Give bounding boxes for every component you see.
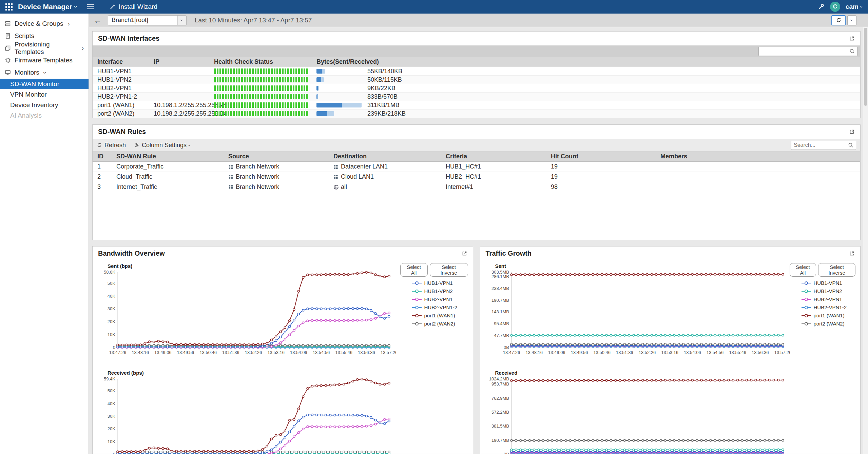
- top-navigation-bar: Device Manager › Install Wizard C cam ›: [0, 0, 868, 14]
- legend-item[interactable]: port1 (WAN1): [801, 313, 845, 318]
- column-header[interactable]: Health Check Status: [214, 58, 316, 65]
- sidebar-item-label: Provisioning Templates: [15, 41, 77, 56]
- legend-item[interactable]: port2 (WAN2): [801, 321, 845, 327]
- health-check-bar: [214, 111, 309, 116]
- legend-item[interactable]: HUB2-VPN1: [412, 296, 453, 302]
- menu-toggle-icon[interactable]: [87, 4, 94, 9]
- sidebar-item-vpn-monitor[interactable]: VPN Monitor: [0, 89, 89, 100]
- tools-icon[interactable]: [818, 3, 825, 10]
- panel-title: SD-WAN Interfaces: [98, 35, 159, 42]
- sidebar-item-firmware-templates[interactable]: Firmware Templates: [0, 54, 89, 66]
- popout-icon[interactable]: [462, 251, 467, 256]
- sidebar-item-monitors[interactable]: Monitors ›: [0, 66, 89, 79]
- page-title: Device Manager: [18, 3, 72, 11]
- select-inverse-button[interactable]: Select Inverse: [818, 263, 855, 277]
- table-row[interactable]: HUB1-VPN1 55KB/140KB: [93, 67, 860, 76]
- legend-marker-icon: [801, 314, 811, 318]
- rules-search-input[interactable]: [791, 141, 856, 150]
- table-row[interactable]: port1 (WAN1) 10.198.1.2/255.255.255.24 3…: [93, 101, 860, 110]
- legend-label: port2 (WAN2): [424, 321, 455, 327]
- sidebar: Device & Groups › Scripts Provisioning T…: [0, 14, 89, 454]
- install-wizard-button[interactable]: Install Wizard: [110, 3, 157, 11]
- rule-source: Branch Network: [236, 173, 279, 180]
- popout-icon[interactable]: [849, 251, 855, 256]
- sidebar-item-sdwan-monitor[interactable]: SD-WAN Monitor: [0, 79, 89, 89]
- legend-item[interactable]: port2 (WAN2): [412, 321, 455, 327]
- legend-label: HUB1-VPN1: [814, 280, 842, 286]
- sidebar-item-device-groups[interactable]: Device & Groups ›: [0, 18, 89, 30]
- search-input[interactable]: [761, 48, 849, 54]
- popout-icon[interactable]: [849, 36, 855, 41]
- table-row[interactable]: HUB2-VPN1 9KB/22KB: [93, 84, 860, 93]
- table-row[interactable]: 3 Internet_Traffic Branch Network all In…: [93, 182, 860, 192]
- scripts-icon: [5, 33, 11, 39]
- legend-item[interactable]: HUB1-VPN2: [801, 288, 842, 294]
- svg-text:13:55:46: 13:55:46: [335, 350, 352, 355]
- sidebar-item-label: AI Analysis: [10, 112, 42, 119]
- svg-text:13:51:36: 13:51:36: [616, 350, 633, 355]
- legend-item[interactable]: HUB1-VPN2: [412, 288, 453, 294]
- table-row[interactable]: 2 Cloud_Traffic Branch Network Cloud LAN…: [93, 172, 860, 182]
- rule-id: 2: [93, 173, 116, 180]
- rule-source: Branch Network: [236, 163, 279, 170]
- device-selector[interactable]: Branch1[root] ›: [108, 15, 187, 25]
- bytes-bar: [316, 103, 367, 107]
- globe-icon: [333, 184, 339, 190]
- column-header[interactable]: Hit Count: [551, 153, 660, 160]
- back-button[interactable]: ←: [94, 16, 102, 25]
- table-row[interactable]: HUB2-VPN1-2 833B/570B: [93, 93, 860, 101]
- column-header[interactable]: Members: [660, 153, 860, 160]
- svg-text:13:52:26: 13:52:26: [245, 350, 262, 355]
- app-title-menu[interactable]: Device Manager ›: [18, 3, 77, 11]
- scrollbar-thumb[interactable]: [864, 28, 867, 106]
- column-header[interactable]: Destination: [333, 153, 446, 160]
- column-header[interactable]: Interface: [93, 58, 154, 65]
- column-header[interactable]: Bytes(Sent/Received): [316, 58, 860, 65]
- chart-title: Received (bps): [108, 370, 396, 376]
- chevron-down-icon: ›: [177, 16, 186, 25]
- vertical-scrollbar[interactable]: [863, 27, 868, 454]
- legend-item[interactable]: HUB2-VPN1-2: [412, 304, 458, 310]
- sidebar-item-scripts[interactable]: Scripts: [0, 30, 89, 42]
- column-header[interactable]: Criteria: [446, 153, 551, 160]
- column-header[interactable]: IP: [154, 58, 214, 65]
- apps-grid-icon[interactable]: [5, 3, 13, 11]
- table-row[interactable]: HUB1-VPN2 50KB/115KB: [93, 76, 860, 84]
- column-header[interactable]: SD-WAN Rule: [116, 153, 228, 160]
- svg-text:20K: 20K: [108, 319, 115, 324]
- legend-item[interactable]: HUB2-VPN1: [801, 296, 842, 302]
- bytes-value: 9KB/22KB: [367, 85, 396, 92]
- column-header[interactable]: ID: [93, 153, 116, 160]
- search-input[interactable]: [794, 142, 848, 148]
- legend-item[interactable]: HUB1-VPN1: [412, 280, 453, 286]
- health-check-bar: [214, 85, 309, 91]
- select-inverse-button[interactable]: Select Inverse: [430, 263, 468, 277]
- health-check-bar: [214, 68, 309, 74]
- avatar[interactable]: C: [830, 2, 840, 12]
- sidebar-item-provisioning-templates[interactable]: Provisioning Templates ›: [0, 42, 89, 54]
- sidebar-item-label: Device & Groups: [15, 20, 63, 27]
- popout-icon[interactable]: [849, 129, 855, 135]
- sidebar-item-device-inventory[interactable]: Device Inventory: [0, 100, 89, 110]
- interface-name: port1 (WAN1): [93, 102, 154, 109]
- refresh-button[interactable]: Refresh: [97, 142, 126, 149]
- network-icon: [228, 164, 234, 170]
- panel-title: SD-WAN Rules: [98, 128, 146, 136]
- refresh-options-button[interactable]: ›: [847, 15, 856, 25]
- user-menu[interactable]: cam ›: [846, 3, 863, 11]
- select-all-button[interactable]: Select All: [400, 263, 428, 277]
- table-row[interactable]: 1 Corporate_Traffic Branch Network Datac…: [93, 162, 860, 172]
- column-header[interactable]: Source: [228, 153, 333, 160]
- table-row[interactable]: port2 (WAN2) 10.198.2.2/255.255.255.24 2…: [93, 110, 860, 118]
- legend-item[interactable]: HUB2-VPN1-2: [801, 304, 847, 310]
- svg-text:0: 0: [113, 345, 115, 350]
- column-settings-button[interactable]: Column Settings ›: [134, 142, 191, 149]
- legend-item[interactable]: HUB1-VPN1: [801, 280, 842, 286]
- interfaces-search-input[interactable]: [758, 47, 857, 56]
- select-all-button[interactable]: Select All: [790, 263, 816, 277]
- sidebar-item-label: Firmware Templates: [15, 57, 73, 64]
- legend-marker-icon: [801, 289, 811, 293]
- legend-item[interactable]: port1 (WAN1): [412, 313, 455, 318]
- refresh-button[interactable]: [831, 15, 846, 25]
- sidebar-item-label: Scripts: [15, 32, 34, 40]
